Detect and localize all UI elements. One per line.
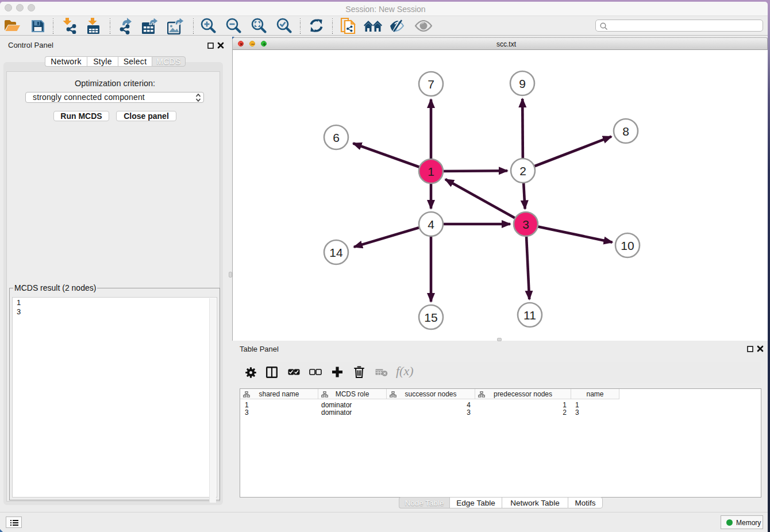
svg-text:14: 14 — [329, 246, 343, 259]
svg-text:10: 10 — [621, 239, 634, 252]
svg-text:1: 1 — [428, 165, 434, 178]
svg-text:2: 2 — [519, 164, 526, 178]
svg-text:3: 3 — [522, 218, 529, 231]
svg-text:9: 9 — [519, 77, 526, 90]
svg-text:8: 8 — [622, 125, 629, 138]
svg-text:15: 15 — [424, 311, 437, 324]
svg-text:4: 4 — [428, 218, 434, 231]
svg-text:7: 7 — [428, 78, 434, 91]
svg-text:6: 6 — [333, 131, 340, 144]
svg-text:11: 11 — [523, 309, 536, 322]
